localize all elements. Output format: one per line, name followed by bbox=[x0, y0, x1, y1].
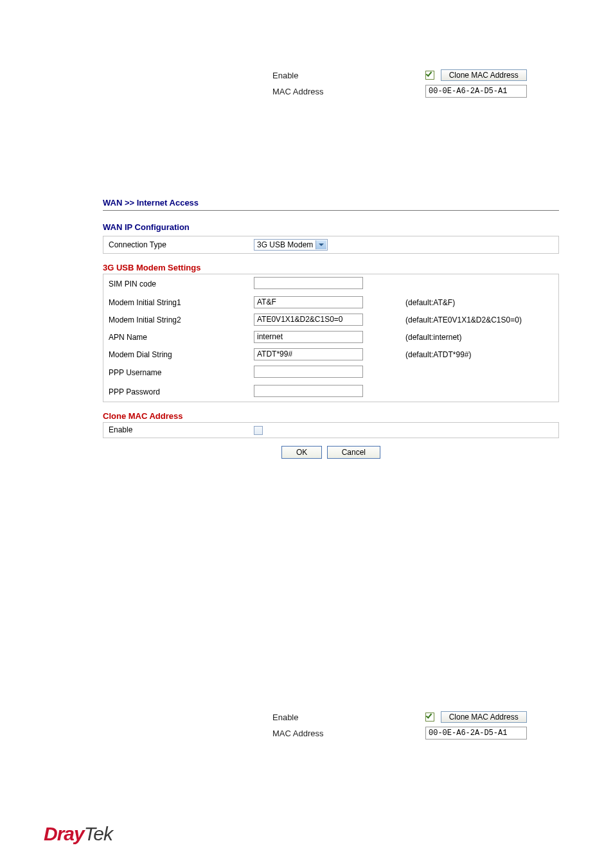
clone-mac-button[interactable]: Clone MAC Address bbox=[441, 711, 527, 723]
clone-mac-title: Clone MAC Address bbox=[103, 411, 559, 421]
enable-checkbox[interactable] bbox=[425, 71, 434, 80]
brand-logo: DrayTek bbox=[44, 823, 112, 845]
ppp-user-input[interactable] bbox=[254, 366, 363, 378]
enable-checkbox[interactable] bbox=[425, 713, 434, 722]
apn-input[interactable]: internet bbox=[254, 331, 363, 343]
admin-panel: WAN >> Internet Access WAN IP Configurat… bbox=[103, 198, 559, 459]
mac-address-label: MAC Address bbox=[270, 725, 423, 741]
ppp-user-default bbox=[400, 363, 559, 382]
clone-enable-checkbox[interactable] bbox=[254, 426, 263, 435]
mis2-input[interactable]: ATE0V1X1&D2&C1S0=0 bbox=[254, 314, 363, 326]
sim-pin-label: SIM PIN code bbox=[103, 274, 249, 294]
cancel-button[interactable]: Cancel bbox=[327, 446, 380, 459]
mac-address-label: MAC Address bbox=[270, 83, 423, 100]
mis2-default: (default:ATE0V1X1&D2&C1S0=0) bbox=[400, 311, 559, 328]
clone-mac-snippet-top: Enable Clone MAC Address MAC Address 00-… bbox=[270, 67, 569, 100]
mis1-label: Modem Initial String1 bbox=[103, 294, 249, 311]
wan-ip-config-title: WAN IP Configuration bbox=[103, 222, 559, 232]
ok-button[interactable]: OK bbox=[281, 446, 322, 459]
mis1-default: (default:AT&F) bbox=[400, 294, 559, 311]
sim-pin-input[interactable] bbox=[254, 277, 363, 289]
ppp-pass-default bbox=[400, 382, 559, 402]
apn-default: (default:internet) bbox=[400, 328, 559, 346]
modem-settings-table: SIM PIN code Modem Initial String1 AT&F … bbox=[103, 274, 559, 402]
ppp-pass-input[interactable] bbox=[254, 385, 363, 397]
connection-type-select[interactable]: 3G USB Modem bbox=[254, 239, 328, 251]
ppp-user-label: PPP Username bbox=[103, 363, 249, 382]
apn-label: APN Name bbox=[103, 328, 249, 346]
dial-label: Modem Dial String bbox=[103, 346, 249, 363]
connection-type-table: Connection Type 3G USB Modem bbox=[103, 236, 559, 254]
dial-input[interactable]: ATDT*99# bbox=[254, 348, 363, 360]
mac-address-input[interactable]: 00-0E-A6-2A-D5-A1 bbox=[425, 85, 527, 98]
enable-label: Enable bbox=[270, 709, 423, 725]
mac-address-input[interactable]: 00-0E-A6-2A-D5-A1 bbox=[425, 727, 527, 740]
mis1-input[interactable]: AT&F bbox=[254, 296, 363, 308]
connection-type-label: Connection Type bbox=[103, 236, 249, 254]
clone-mac-table: Enable bbox=[103, 422, 559, 438]
ppp-pass-label: PPP Password bbox=[103, 382, 249, 402]
mis2-label: Modem Initial String2 bbox=[103, 311, 249, 328]
dial-default: (default:ATDT*99#) bbox=[400, 346, 559, 363]
sim-pin-default bbox=[400, 274, 559, 294]
clone-mac-snippet-bottom: Enable Clone MAC Address MAC Address 00-… bbox=[270, 709, 569, 741]
button-bar: OK Cancel bbox=[103, 446, 559, 459]
modem-settings-title: 3G USB Modem Settings bbox=[103, 263, 559, 272]
clone-mac-button[interactable]: Clone MAC Address bbox=[441, 69, 527, 81]
brand-light: Tek bbox=[84, 823, 112, 844]
breadcrumb: WAN >> Internet Access bbox=[103, 198, 559, 211]
clone-enable-label: Enable bbox=[103, 423, 249, 438]
brand-bold: Dray bbox=[44, 823, 84, 844]
enable-label: Enable bbox=[270, 67, 423, 83]
